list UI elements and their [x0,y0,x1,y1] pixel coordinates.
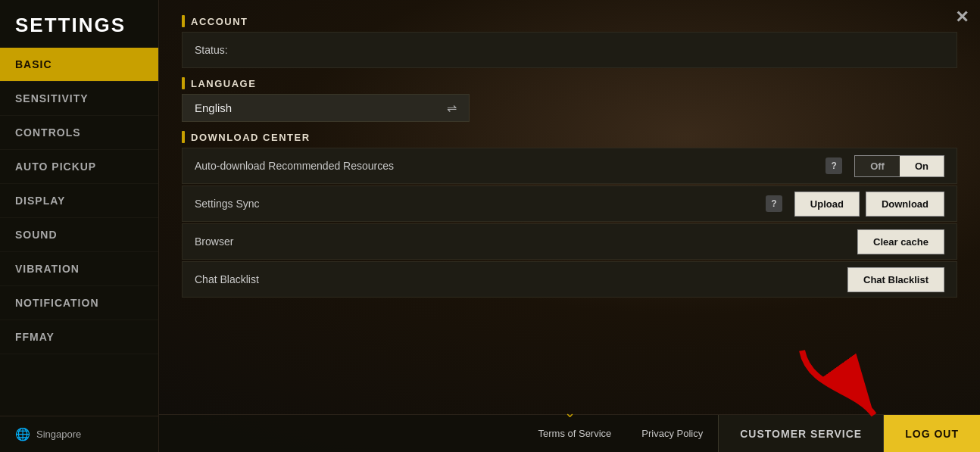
sidebar-item-ffmay[interactable]: FFMAY [0,320,158,354]
clear-cache-button[interactable]: Clear cache [857,229,944,254]
close-button[interactable]: ✕ [955,8,969,27]
auto-download-toggle: Off On [854,155,944,177]
content-area: ✕ ACCOUNT Status: LANGUAGE English ⇌ [159,0,980,452]
toggle-off-button[interactable]: Off [855,156,900,176]
language-section-title: LANGUAGE [182,77,957,89]
logout-button[interactable]: LOG OUT [884,415,980,452]
sidebar-item-display[interactable]: DISPLAY [0,184,158,218]
account-status-label: Status: [195,44,944,56]
download-button[interactable]: Download [866,192,944,217]
chevron-down-icon: ⌄ [564,404,576,421]
main-container: SETTINGS BASIC SENSITIVITY CONTROLS AUTO… [0,0,980,452]
footer: ⌄ Terms of Service Privacy Policy CUSTOM… [159,414,980,452]
sidebar-item-notification[interactable]: NOTIFICATION [0,286,158,320]
language-selector[interactable]: English ⇌ [182,94,470,122]
sidebar-item-basic[interactable]: BASIC [0,48,158,82]
auto-download-label: Auto-download Recommended Resources [195,160,826,172]
auto-download-row: Auto-download Recommended Resources ? Of… [182,148,957,184]
settings-title: SETTINGS [0,0,158,48]
sidebar: SETTINGS BASIC SENSITIVITY CONTROLS AUTO… [0,0,159,452]
sidebar-item-vibration[interactable]: VIBRATION [0,252,158,286]
account-status-row: Status: [182,32,957,68]
auto-download-help-icon[interactable]: ? [826,157,842,174]
download-center-section: DOWNLOAD CENTER Auto-download Recommende… [182,131,957,298]
browser-label: Browser [195,235,857,248]
download-center-title: DOWNLOAD CENTER [182,131,957,143]
upload-button[interactable]: Upload [794,192,860,217]
sidebar-item-controls[interactable]: CONTROLS [0,116,158,150]
settings-sync-row: Settings Sync ? Upload Download [182,185,957,222]
content-inner: ACCOUNT Status: LANGUAGE English ⇌ [182,15,957,452]
settings-sync-controls: ? Upload Download [766,192,944,217]
settings-sync-help-icon[interactable]: ? [766,195,782,212]
account-section-title: ACCOUNT [182,15,957,27]
auto-download-controls: ? Off On [826,155,944,177]
account-section: ACCOUNT Status: [182,15,957,68]
browser-row: Browser Clear cache [182,223,957,260]
settings-sync-label: Settings Sync [195,198,766,210]
browser-controls: Clear cache [857,229,944,254]
sidebar-item-sensitivity[interactable]: SENSITIVITY [0,82,158,116]
toggle-on-button[interactable]: On [900,156,944,176]
globe-icon: 🌐 [15,427,30,441]
sidebar-item-sound[interactable]: SOUND [0,218,158,252]
language-section: LANGUAGE English ⇌ [182,77,957,122]
sidebar-item-auto-pickup[interactable]: AUTO PICKUP [0,150,158,184]
privacy-policy-link[interactable]: Privacy Policy [626,428,718,439]
language-current: English [195,101,432,114]
swap-icon: ⇌ [447,101,457,115]
terms-of-service-link[interactable]: Terms of Service [523,428,627,439]
sidebar-location: 🌐 Singapore [0,416,158,452]
customer-service-button[interactable]: CUSTOMER SERVICE [718,415,884,452]
chat-blacklist-label: Chat Blacklist [195,273,847,285]
chat-blacklist-controls: Chat Blacklist [847,267,944,292]
chat-blacklist-button[interactable]: Chat Blacklist [847,267,944,292]
chat-blacklist-row: Chat Blacklist Chat Blacklist [182,261,957,298]
